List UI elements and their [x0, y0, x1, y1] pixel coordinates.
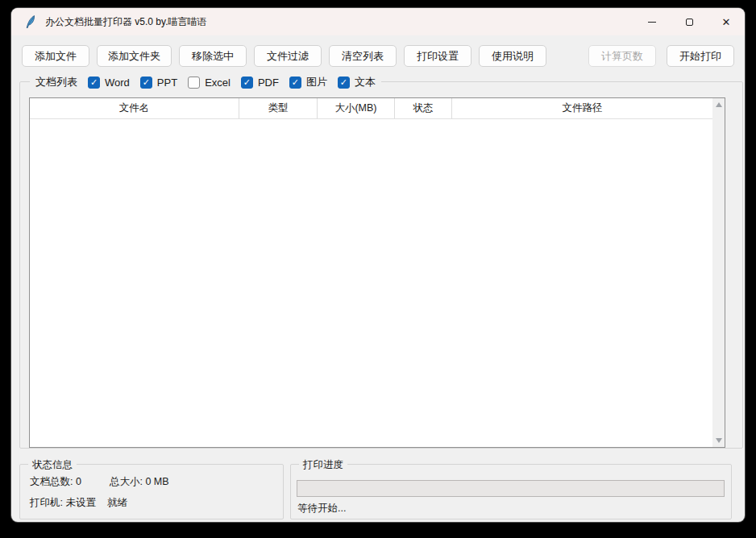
app-window: 办公文档批量打印器 v5.0 by.喵言喵语 ✕ 添加文件 添加文件夹 移除选中…: [11, 8, 745, 522]
close-button[interactable]: ✕: [708, 8, 745, 35]
status-info-group: 状态信息 文档总数: 0 总大小: 0 MB 打印机: 未设置 就绪: [19, 464, 284, 519]
ppt-checkbox-label: PPT: [157, 77, 177, 89]
image-checkbox[interactable]: [289, 77, 301, 89]
column-header-size[interactable]: 大小(MB): [318, 98, 395, 118]
doc-count-text: 文档总数: 0: [30, 475, 110, 489]
help-button[interactable]: 使用说明: [479, 45, 546, 67]
filter-pdf[interactable]: PDF: [241, 77, 279, 89]
column-header-path[interactable]: 文件路径: [452, 98, 712, 118]
ppt-checkbox[interactable]: [140, 77, 152, 89]
scroll-up-icon[interactable]: [716, 102, 722, 107]
file-table-header: 文件名 类型 大小(MB) 状态 文件路径: [30, 98, 712, 119]
text-checkbox-label: 文本: [355, 75, 376, 89]
clear-list-button[interactable]: 清空列表: [329, 45, 397, 67]
column-header-filename[interactable]: 文件名: [30, 98, 239, 118]
minimize-button[interactable]: [633, 8, 671, 35]
scroll-down-icon[interactable]: [716, 438, 722, 443]
column-header-type[interactable]: 类型: [239, 98, 318, 118]
word-checkbox[interactable]: [88, 77, 100, 89]
file-table-body[interactable]: [30, 119, 712, 447]
maximize-icon: [686, 19, 693, 26]
print-settings-button[interactable]: 打印设置: [404, 45, 471, 67]
printer-text: 打印机: 未设置: [30, 496, 107, 510]
remove-selected-button[interactable]: 移除选中: [179, 45, 247, 67]
add-folder-button[interactable]: 添加文件夹: [97, 45, 172, 67]
pdf-checkbox[interactable]: [241, 77, 253, 89]
status-row-printer: 打印机: 未设置 就绪: [30, 496, 273, 510]
print-progress-label: 打印进度: [299, 457, 347, 472]
status-row-counts: 文档总数: 0 总大小: 0 MB: [30, 475, 273, 489]
file-table-main: 文件名 类型 大小(MB) 状态 文件路径: [30, 98, 712, 447]
excel-checkbox[interactable]: [188, 77, 200, 89]
file-filter-button[interactable]: 文件过滤: [254, 45, 322, 67]
word-checkbox-label: Word: [105, 77, 130, 89]
progress-status-text: 等待开始...: [297, 502, 346, 515]
filter-word[interactable]: Word: [88, 77, 130, 89]
excel-checkbox-label: Excel: [205, 77, 231, 89]
file-table: 文件名 类型 大小(MB) 状态 文件路径: [29, 97, 725, 448]
maximize-button[interactable]: [671, 8, 708, 35]
image-checkbox-label: 图片: [306, 75, 327, 89]
ready-text: 就绪: [107, 496, 127, 510]
filter-image[interactable]: 图片: [289, 75, 327, 89]
window-title: 办公文档批量打印器 v5.0 by.喵言喵语: [45, 15, 206, 29]
feather-icon: [25, 15, 36, 28]
text-checkbox[interactable]: [338, 77, 350, 89]
document-list-label: 文档列表: [35, 75, 77, 89]
status-info-label: 状态信息: [28, 457, 77, 472]
filter-excel[interactable]: Excel: [188, 77, 231, 89]
document-list-frame: 文档列表 Word PPT Excel PDF 图片: [19, 81, 743, 449]
total-size-text: 总大小: 0 MB: [110, 475, 169, 489]
add-file-button[interactable]: 添加文件: [22, 45, 89, 67]
filter-ppt[interactable]: PPT: [140, 77, 177, 89]
titlebar: 办公文档批量打印器 v5.0 by.喵言喵语 ✕: [11, 8, 745, 35]
vertical-scrollbar[interactable]: [712, 98, 725, 447]
progress-bar: [297, 480, 725, 497]
close-icon: ✕: [722, 17, 731, 27]
print-progress-group: 打印进度 等待开始...: [290, 464, 732, 519]
toolbar-right-group: 计算页数 开始打印: [588, 45, 734, 67]
toolbar: 添加文件 添加文件夹 移除选中 文件过滤 清空列表 打印设置 使用说明 计算页数…: [22, 45, 734, 67]
start-print-button[interactable]: 开始打印: [667, 45, 734, 67]
window-controls: ✕: [633, 8, 745, 35]
document-list-legend: 文档列表 Word PPT Excel PDF 图片: [30, 75, 381, 89]
minimize-icon: [648, 22, 656, 23]
calc-pages-button[interactable]: 计算页数: [588, 45, 656, 67]
column-header-status[interactable]: 状态: [395, 98, 452, 118]
pdf-checkbox-label: PDF: [258, 77, 279, 89]
filter-text[interactable]: 文本: [338, 75, 376, 89]
